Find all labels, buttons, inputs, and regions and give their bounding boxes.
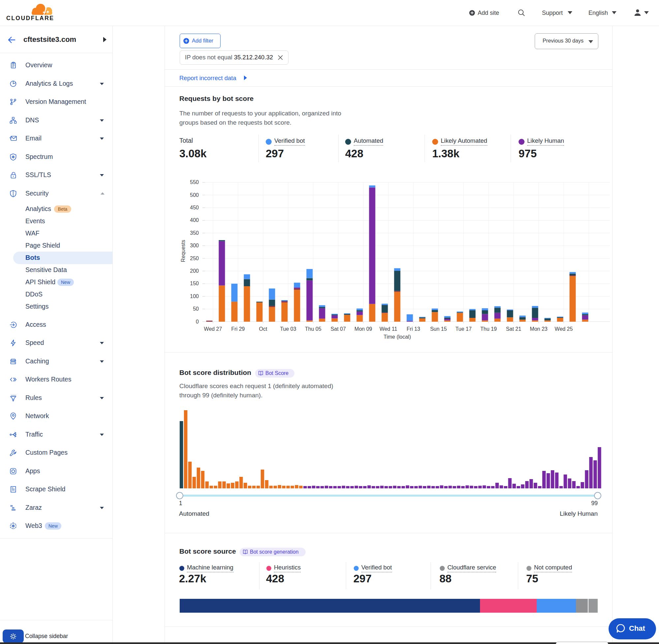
svg-text:Requests: Requests xyxy=(180,240,186,262)
svg-text:Tue 03: Tue 03 xyxy=(280,326,296,332)
svg-text:Fri 29: Fri 29 xyxy=(231,326,245,332)
svg-text:150: 150 xyxy=(190,281,199,286)
svg-text:Time (local): Time (local) xyxy=(384,334,411,340)
svg-text:550: 550 xyxy=(190,179,199,185)
svg-text:300: 300 xyxy=(190,243,199,248)
svg-text:Oct: Oct xyxy=(259,326,267,332)
svg-text:Thu 05: Thu 05 xyxy=(305,326,322,332)
svg-text:Wed 25: Wed 25 xyxy=(555,326,573,332)
svg-text:Wed 27: Wed 27 xyxy=(204,326,222,332)
svg-text:Sat 07: Sat 07 xyxy=(331,326,346,332)
svg-text:Mon 23: Mon 23 xyxy=(530,326,547,332)
svg-text:350: 350 xyxy=(190,230,199,236)
svg-text:250: 250 xyxy=(190,256,199,261)
svg-text:Wed 11: Wed 11 xyxy=(379,326,397,332)
svg-text:450: 450 xyxy=(190,205,199,210)
svg-text:Sat 21: Sat 21 xyxy=(506,326,521,332)
svg-text:200: 200 xyxy=(190,268,199,274)
svg-text:50: 50 xyxy=(193,306,199,312)
svg-text:Tue 17: Tue 17 xyxy=(455,326,471,332)
svg-text:400: 400 xyxy=(190,217,199,223)
svg-text:Sun 15: Sun 15 xyxy=(430,326,447,332)
svg-text:Mon 09: Mon 09 xyxy=(354,326,372,332)
svg-text:500: 500 xyxy=(190,192,199,198)
svg-text:Fri 13: Fri 13 xyxy=(407,326,420,332)
svg-text:Thu 19: Thu 19 xyxy=(480,326,497,332)
svg-text:0: 0 xyxy=(196,319,199,324)
svg-text:100: 100 xyxy=(190,294,199,299)
